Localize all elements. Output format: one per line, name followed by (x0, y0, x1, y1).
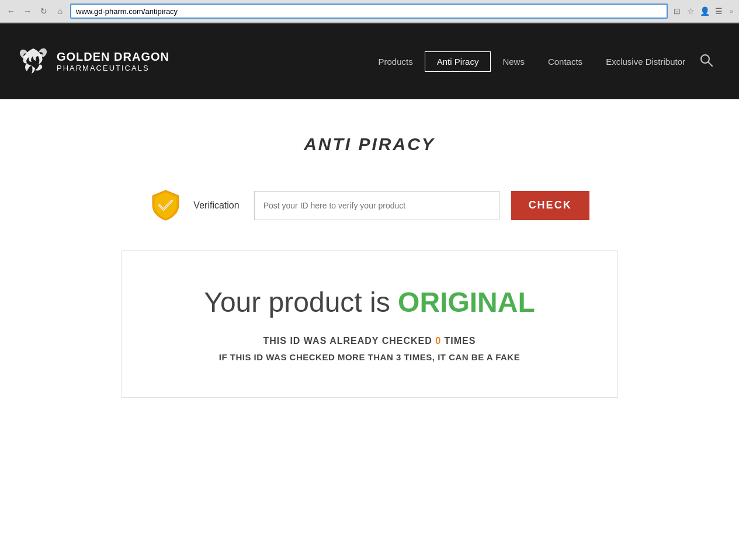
forward-button[interactable]: → (21, 5, 34, 18)
extensions-icon[interactable]: ⊡ (671, 5, 683, 17)
verification-input[interactable] (254, 191, 499, 220)
website: GOLDEN DRAGON PHARMACEUTICALS Products A… (0, 23, 739, 560)
address-bar[interactable] (70, 4, 668, 19)
menu-icon[interactable]: ☰ (713, 5, 725, 17)
company-sub: PHARMACEUTICALS (57, 64, 169, 73)
search-icon[interactable] (697, 51, 716, 72)
main-content: ANTI PIRACY Verification CHECK Your prod… (0, 99, 739, 560)
logo-icon (18, 46, 50, 78)
logo-text: GOLDEN DRAGON PHARMACEUTICALS (57, 50, 169, 73)
shield-icon (150, 189, 182, 221)
site-nav: GOLDEN DRAGON PHARMACEUTICALS Products A… (0, 23, 739, 99)
bookmark-icon[interactable]: ☆ (685, 5, 697, 17)
nav-anti-piracy[interactable]: Anti Piracy (425, 51, 491, 72)
nav-exclusive-distributor[interactable]: Exclusive Distributor (594, 52, 697, 71)
nav-contacts[interactable]: Contacts (536, 52, 594, 71)
logo-section[interactable]: GOLDEN DRAGON PHARMACEUTICALS (18, 46, 169, 78)
nav-news[interactable]: News (491, 52, 536, 71)
result-sub1-suffix: TIMES (441, 336, 476, 346)
result-box: Your product is ORIGINAL THIS ID WAS ALR… (122, 251, 618, 398)
result-sub1-prefix: THIS ID WAS ALREADY CHECKED (263, 336, 436, 346)
nav-links: Products Anti Piracy News Contacts Exclu… (169, 51, 721, 72)
page-title: ANTI PIRACY (12, 134, 727, 154)
result-sub1: THIS ID WAS ALREADY CHECKED 0 TIMES (145, 336, 594, 346)
browser-icons: ⊡ ☆ 👤 ☰ (671, 5, 725, 17)
company-name: GOLDEN DRAGON (57, 50, 169, 64)
verification-label: Verification (193, 200, 239, 211)
browser-toolbar: ← → ↻ ⌂ ⊡ ☆ 👤 ☰ » (0, 0, 739, 23)
refresh-button[interactable]: ↻ (37, 5, 50, 18)
profile-icon[interactable]: 👤 (699, 5, 711, 17)
browser-chrome: ← → ↻ ⌂ ⊡ ☆ 👤 ☰ » (0, 0, 739, 23)
verification-section: Verification CHECK (12, 189, 727, 221)
result-count: 0 (435, 336, 441, 346)
check-button[interactable]: CHECK (511, 191, 589, 220)
back-button[interactable]: ← (5, 5, 18, 18)
nav-products[interactable]: Products (367, 52, 425, 71)
result-highlight: ORIGINAL (398, 287, 535, 318)
result-main: Your product is ORIGINAL (145, 286, 594, 318)
svg-line-1 (708, 62, 712, 66)
result-prefix: Your product is (204, 287, 398, 318)
home-button[interactable]: ⌂ (54, 5, 67, 18)
expand-chevron[interactable]: » (728, 6, 734, 16)
result-sub2: IF THIS ID WAS CHECKED MORE THAN 3 TIMES… (145, 352, 594, 362)
